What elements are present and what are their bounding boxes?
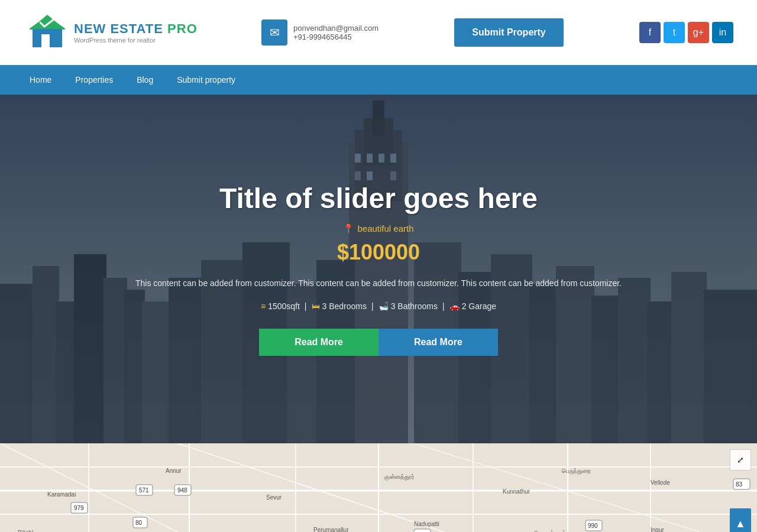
hero-slider: Title of slider goes here 📍 beautiful ea… xyxy=(0,95,757,443)
read-more-button-2[interactable]: Read More xyxy=(378,329,498,356)
read-more-button-1[interactable]: Read More xyxy=(259,329,378,356)
mail-icon: ✉ xyxy=(261,20,287,46)
logo-title: NEW ESTATE PRO xyxy=(74,21,198,37)
submit-property-button[interactable]: Submit Property xyxy=(454,18,563,47)
logo-text: NEW ESTATE PRO WordPress theme for realt… xyxy=(74,21,198,44)
svg-text:990: 990 xyxy=(588,523,598,529)
hero-price: $100000 xyxy=(135,240,622,265)
contact-email: ponvendhan@gmail.com xyxy=(293,24,378,33)
svg-text:948: 948 xyxy=(177,487,187,494)
svg-text:Ingur: Ingur xyxy=(651,527,664,532)
svg-text:Perumanallur: Perumanallur xyxy=(313,527,349,532)
header: NEW ESTATE PRO WordPress theme for realt… xyxy=(0,0,757,65)
hero-features: ≡ 1500sqft | 🛏 3 Bedrooms | 🛁 3 Bathroom… xyxy=(135,301,622,311)
svg-text:பெருந்துறை: பெருந்துறை xyxy=(562,468,591,475)
logo-icon xyxy=(24,12,71,53)
hero-title: Title of slider goes here xyxy=(135,182,622,215)
social-icons: f t g+ in xyxy=(639,22,733,43)
svg-text:83: 83 xyxy=(736,481,743,488)
feature-bathrooms: 🛁 3 Bathrooms xyxy=(378,301,438,311)
feature-garage: 🚗 2 Garage xyxy=(449,301,496,311)
feature-area: ≡ 1500sqft xyxy=(261,301,300,311)
contact-info: ponvendhan@gmail.com +91-9994656445 xyxy=(293,24,378,41)
hero-description: This content can be added from customize… xyxy=(135,277,622,290)
hero-location: 📍 beautiful earth xyxy=(135,223,622,234)
svg-text:979: 979 xyxy=(74,505,84,511)
svg-text:Nadupatti: Nadupatti xyxy=(414,521,439,527)
logo: NEW ESTATE PRO WordPress theme for realt… xyxy=(24,12,198,53)
linkedin-icon[interactable]: in xyxy=(712,22,733,43)
nav-item-blog[interactable]: Blog xyxy=(125,65,165,95)
arrow-up-icon: ▲ xyxy=(735,518,746,530)
svg-rect-2 xyxy=(41,34,50,47)
contact-phone: +91-9994656445 xyxy=(293,33,378,41)
nav-item-home[interactable]: Home xyxy=(18,65,63,95)
nav-item-submit-property[interactable]: Submit property xyxy=(165,65,247,95)
hero-buttons: Read More Read More xyxy=(135,329,622,356)
map-scroll-button[interactable]: ▲ 84 xyxy=(730,508,751,532)
map-fullscreen-button[interactable]: ⤢ xyxy=(730,449,751,471)
svg-text:571: 571 xyxy=(139,487,149,494)
facebook-icon[interactable]: f xyxy=(639,22,661,43)
contact-area: ✉ ponvendhan@gmail.com +91-9994656445 xyxy=(261,20,378,46)
svg-text:Kunnathur: Kunnathur xyxy=(503,488,530,495)
svg-text:Vellode: Vellode xyxy=(651,479,670,486)
svg-text:விஜயமங்கலம்: விஜயமங்கலம் xyxy=(532,530,566,532)
fullscreen-icon: ⤢ xyxy=(737,455,744,465)
twitter-icon[interactable]: t xyxy=(664,22,685,43)
svg-text:Bilichl: Bilichl xyxy=(18,530,33,532)
googleplus-icon[interactable]: g+ xyxy=(688,22,709,43)
svg-text:Annur: Annur xyxy=(166,468,182,474)
nav-item-properties[interactable]: Properties xyxy=(63,65,125,95)
svg-text:Sevur: Sevur xyxy=(266,494,282,501)
map-section: Karamadai Annur Sevur குன்னத்தூர் Kunnat… xyxy=(0,443,757,532)
svg-text:குன்னத்தூர்: குன்னத்தூர் xyxy=(384,473,415,481)
svg-text:Karamadai: Karamadai xyxy=(47,491,76,498)
svg-text:80: 80 xyxy=(135,520,143,526)
hero-content: Title of slider goes here 📍 beautiful ea… xyxy=(135,182,622,356)
navigation: Home Properties Blog Submit property xyxy=(0,65,757,95)
feature-bedrooms: 🛏 3 Bedrooms xyxy=(312,301,367,311)
logo-subtitle: WordPress theme for realtor xyxy=(74,37,198,44)
map-svg: Karamadai Annur Sevur குன்னத்தூர் Kunnat… xyxy=(0,443,757,532)
